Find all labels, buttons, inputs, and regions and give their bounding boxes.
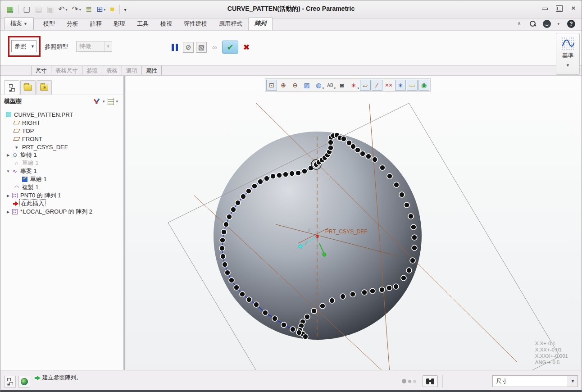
- tab-analysis[interactable]: 分析: [61, 18, 84, 30]
- chevron-down-icon[interactable]: ▾: [116, 99, 118, 104]
- tree-settings-icon[interactable]: [108, 98, 114, 105]
- pattern-point[interactable]: [283, 172, 288, 177]
- pattern-point[interactable]: [341, 136, 346, 141]
- pattern-point[interactable]: [225, 270, 230, 275]
- pattern-point[interactable]: [272, 316, 277, 321]
- tree-item-front-plane[interactable]: FRONT: [3, 135, 123, 143]
- tree-item-csys[interactable]: ⁎PRT_CSYS_DEF: [3, 143, 123, 151]
- tab-annotate[interactable]: 註釋: [84, 18, 108, 30]
- datum-group-button[interactable]: 基準 ▼: [556, 33, 580, 75]
- panel-tab-properties[interactable]: 屬性: [141, 66, 162, 75]
- datum-display-icon[interactable]: ∗▾: [348, 80, 359, 91]
- no-preview-icon[interactable]: ⊘: [183, 42, 194, 53]
- pattern-point[interactable]: [227, 214, 232, 219]
- tab-favorites[interactable]: ∗: [36, 80, 52, 95]
- csys-label[interactable]: PRT_CSYS_DEF: [325, 228, 368, 235]
- pattern-point[interactable]: [350, 292, 355, 297]
- annotation-display-icon[interactable]: ▭: [407, 80, 418, 91]
- verify-icon[interactable]: ∞: [209, 42, 220, 53]
- pattern-point[interactable]: [372, 157, 377, 162]
- pattern-point[interactable]: [311, 308, 317, 314]
- pattern-point[interactable]: [386, 285, 392, 291]
- selection-filter-combo[interactable]: 尺寸 ▼: [492, 375, 578, 387]
- chevron-down-icon[interactable]: ▼: [568, 376, 577, 387]
- pattern-point[interactable]: [231, 207, 236, 212]
- pattern-point[interactable]: [366, 154, 371, 159]
- pattern-point[interactable]: [408, 214, 414, 219]
- pattern-point[interactable]: [302, 169, 307, 174]
- axis-display-icon[interactable]: ∕: [372, 80, 382, 91]
- collapse-ribbon-icon[interactable]: ∧: [515, 20, 523, 28]
- tree-item-copy[interactable]: ◠複製 1: [3, 183, 123, 191]
- tree-filters-icon[interactable]: [94, 98, 101, 105]
- zoom-in-icon[interactable]: ⊕: [278, 80, 289, 91]
- pattern-point[interactable]: [220, 237, 225, 243]
- help-icon[interactable]: ?: [567, 20, 575, 28]
- learning-center-icon[interactable]: [543, 20, 551, 28]
- pattern-point[interactable]: [222, 262, 227, 267]
- pattern-point[interactable]: [281, 322, 286, 328]
- repaint-icon[interactable]: ▨: [301, 80, 312, 91]
- toggle-navigator-button[interactable]: [4, 376, 16, 387]
- pattern-point[interactable]: [404, 202, 409, 208]
- pattern-point[interactable]: [289, 171, 295, 176]
- refit-icon[interactable]: ⊡: [266, 80, 277, 91]
- tab-render[interactable]: 彩現: [108, 18, 131, 30]
- pattern-point[interactable]: [394, 182, 399, 187]
- spin-center-icon[interactable]: ◉: [418, 80, 429, 91]
- tab-tools[interactable]: 工具: [131, 18, 155, 30]
- tree-item-style[interactable]: ▼∿專案 1: [3, 167, 123, 175]
- tree-item-top-plane[interactable]: TOP: [3, 127, 123, 135]
- chevron-down-icon[interactable]: ▾: [557, 22, 559, 26]
- pattern-point[interactable]: [340, 294, 346, 299]
- expand-icon[interactable]: ▶: [5, 210, 11, 214]
- accept-button[interactable]: ✔: [222, 41, 238, 54]
- pattern-point[interactable]: [387, 173, 392, 179]
- pattern-point[interactable]: [328, 145, 333, 150]
- search-icon[interactable]: [529, 20, 537, 28]
- pattern-point[interactable]: [412, 245, 417, 251]
- pattern-point[interactable]: [240, 292, 245, 297]
- close-icon[interactable]: ×: [570, 5, 577, 11]
- tree-item-part[interactable]: CURVE_PATTEN.PRT: [3, 110, 123, 119]
- pattern-point[interactable]: [380, 165, 385, 170]
- zoom-out-icon[interactable]: ⊖: [290, 80, 300, 91]
- tab-file[interactable]: 檔案▼: [4, 17, 34, 30]
- tab-model-tree[interactable]: [4, 80, 19, 95]
- pattern-point[interactable]: [370, 288, 375, 294]
- pattern-point[interactable]: [220, 254, 226, 259]
- maximize-icon[interactable]: [555, 5, 563, 11]
- pattern-point[interactable]: [263, 310, 268, 315]
- tree-item-sketch-child[interactable]: 草繪 1: [3, 175, 123, 183]
- tab-model[interactable]: 模型: [37, 18, 61, 30]
- pattern-point[interactable]: [320, 303, 325, 309]
- capture-icon[interactable]: ◙: [336, 80, 347, 91]
- pattern-point[interactable]: [234, 285, 239, 290]
- csys-display-icon[interactable]: ∗: [395, 80, 406, 91]
- preview-geometry-icon[interactable]: ▧: [196, 42, 207, 53]
- find-button[interactable]: [423, 375, 438, 387]
- pattern-point[interactable]: [270, 173, 276, 179]
- tree-item-sketch-suppressed[interactable]: ∩草繪 1: [3, 159, 123, 167]
- plane-display-icon[interactable]: ▱: [360, 80, 371, 91]
- pattern-point[interactable]: [241, 194, 246, 199]
- point-display-icon[interactable]: ××: [383, 80, 394, 91]
- reference-type-combo[interactable]: 特徵 ▼: [76, 41, 112, 52]
- pattern-point[interactable]: [399, 192, 405, 197]
- pattern-point[interactable]: [411, 224, 416, 230]
- pattern-point[interactable]: [296, 170, 301, 176]
- pattern-point[interactable]: [252, 183, 257, 189]
- pause-icon[interactable]: [172, 44, 178, 51]
- pattern-point[interactable]: [277, 173, 282, 178]
- tree-item-right-plane[interactable]: RIGHT: [3, 119, 123, 127]
- graphics-area[interactable]: X Z Y PRT_CSYS_DEF ⊡⊕⊖▨◍▾AB▾◙∗▾▱∕××∗▭◉ X…: [126, 76, 582, 370]
- chevron-down-icon[interactable]: ▼: [566, 63, 570, 68]
- pattern-point[interactable]: [401, 275, 406, 281]
- pattern-point[interactable]: [360, 151, 365, 156]
- collapse-icon[interactable]: ▼: [5, 169, 11, 173]
- expand-icon[interactable]: ▶: [5, 194, 11, 198]
- pattern-point[interactable]: [406, 268, 412, 273]
- saved-views-icon[interactable]: AB▾: [325, 80, 336, 91]
- pattern-point[interactable]: [362, 290, 367, 295]
- pattern-point[interactable]: [254, 302, 259, 307]
